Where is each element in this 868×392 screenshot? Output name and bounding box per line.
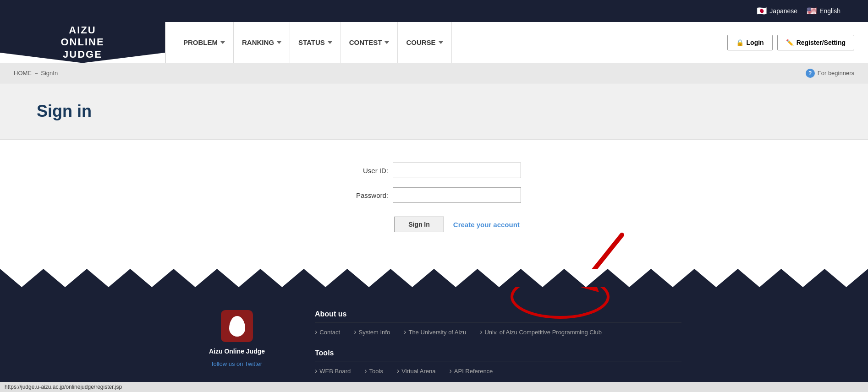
breadcrumb-bar: HOME － SignIn ? For beginners [0, 63, 868, 83]
nav-ranking[interactable]: RANKING [234, 22, 290, 63]
footer-inner: Aizu Online Judge follow us on Twitter A… [159, 310, 709, 392]
footer-logo-area: Aizu Online Judge follow us on Twitter [187, 310, 287, 392]
footer-tools-link[interactable]: Tools [364, 367, 383, 375]
register-button[interactable]: ✏️ Register/Setting [777, 35, 854, 50]
footer-links-area: About us Contact System Info The Univers… [315, 310, 681, 392]
footer-contact-link[interactable]: Contact [315, 328, 340, 336]
english-flag-icon: 🇺🇸 [807, 6, 817, 16]
footer-club-link[interactable]: Univ. of Aizu Competitive Programming Cl… [480, 328, 602, 336]
footer-logo-icon [221, 310, 253, 342]
for-beginners-label: For beginners [818, 70, 854, 76]
footer-site-name: Aizu Online Judge [209, 348, 265, 355]
nav-status[interactable]: STATUS [290, 22, 341, 63]
english-lang-button[interactable]: 🇺🇸 English [807, 6, 841, 16]
course-dropdown-icon [439, 41, 443, 44]
status-url: https://judge.u-aizu.ac.jp/onlinejudge/r… [5, 384, 122, 390]
footer-system-info-link[interactable]: System Info [354, 328, 390, 336]
site-logo[interactable]: AIZU ONLINE JUDGE [0, 22, 165, 63]
japanese-label: Japanese [769, 7, 797, 15]
footer-tools-section: Tools WEB Board Tools Virtual Arena API … [315, 349, 681, 375]
help-icon: ? [806, 69, 815, 78]
japanese-lang-button[interactable]: 🇯🇵 Japanese [757, 6, 797, 16]
password-input[interactable] [393, 187, 521, 203]
nav-actions: 🔒 Login ✏️ Register/Setting [727, 35, 868, 50]
language-bar: 🇯🇵 Japanese 🇺🇸 English [0, 0, 868, 22]
password-row: Password: [347, 187, 521, 203]
login-button[interactable]: 🔒 Login [727, 35, 773, 50]
contest-dropdown-icon [385, 41, 389, 44]
breadcrumb: HOME － SignIn [14, 69, 58, 77]
footer-virtualarena-link[interactable]: Virtual Arena [397, 367, 436, 375]
signin-form-area: User ID: Password: Sign In Create your a… [0, 140, 868, 269]
for-beginners-link[interactable]: ? For beginners [806, 69, 854, 78]
breadcrumb-home[interactable]: HOME [14, 70, 32, 76]
nav-links: PROBLEM RANKING STATUS CONTEST COURSE [165, 22, 727, 63]
ranking-dropdown-icon [277, 41, 281, 44]
zigzag-divider [0, 269, 868, 287]
signin-title: Sign in [37, 102, 854, 121]
footer: Aizu Online Judge follow us on Twitter A… [0, 287, 868, 392]
password-label: Password: [347, 191, 388, 199]
nav-contest[interactable]: CONTEST [341, 22, 398, 63]
edit-icon: ✏️ [786, 39, 794, 46]
logo-text: AIZU ONLINE JUDGE [60, 24, 104, 60]
userid-row: User ID: [347, 163, 521, 178]
footer-about-links: Contact System Info The University of Ai… [315, 328, 681, 336]
footer-about-title: About us [315, 310, 681, 322]
egg-shape [229, 316, 245, 337]
english-label: English [819, 7, 841, 15]
footer-twitter-link[interactable]: follow us on Twitter [212, 360, 262, 367]
status-dropdown-icon [328, 41, 332, 44]
footer-tools-links: WEB Board Tools Virtual Arena API Refere… [315, 367, 681, 375]
breadcrumb-current: SignIn [41, 70, 58, 76]
footer-about-section: About us Contact System Info The Univers… [315, 310, 681, 336]
status-bar: https://judge.u-aizu.ac.jp/onlinejudge/r… [0, 382, 868, 392]
create-account-link[interactable]: Create your account [453, 221, 520, 229]
lock-icon: 🔒 [736, 39, 744, 46]
form-buttons: Sign In Create your account [394, 217, 520, 232]
signin-button[interactable]: Sign In [394, 217, 444, 232]
footer-university-link[interactable]: The University of Aizu [404, 328, 466, 336]
userid-label: User ID: [347, 167, 388, 174]
problem-dropdown-icon [220, 41, 225, 44]
footer-tools-title: Tools [315, 349, 681, 361]
userid-input[interactable] [393, 163, 521, 178]
nav-course[interactable]: COURSE [398, 22, 451, 63]
signin-header: Sign in [0, 83, 868, 140]
japanese-flag-icon: 🇯🇵 [757, 6, 767, 16]
footer-webboard-link[interactable]: WEB Board [315, 367, 351, 375]
footer-apireference-link[interactable]: API Reference [449, 367, 493, 375]
nav-problem[interactable]: PROBLEM [175, 22, 234, 63]
main-navigation: AIZU ONLINE JUDGE PROBLEM RANKING STATUS… [0, 22, 868, 63]
